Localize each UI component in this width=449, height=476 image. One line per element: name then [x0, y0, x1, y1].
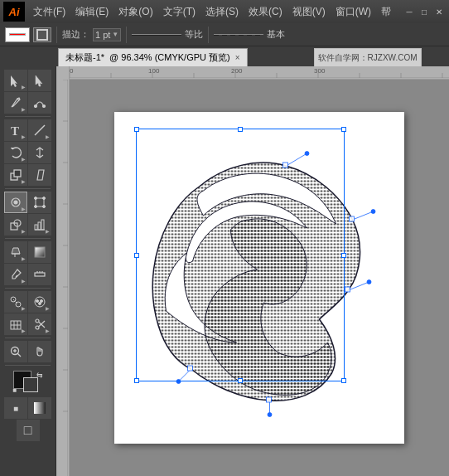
svg-point-32 — [36, 300, 39, 303]
equal-label: 等比 — [185, 28, 203, 41]
svg-rect-5 — [14, 170, 21, 177]
eyedropper-tool[interactable]: ▶ — [4, 264, 27, 285]
line-style-dash[interactable] — [214, 34, 263, 36]
tab-bar: 未标题-1* @ 96.34% (CMYK/GPU 预览) × 软件自学网：RJ… — [0, 46, 449, 66]
shape-builder-arrow: ▶ — [22, 228, 26, 234]
document-tab[interactable]: 未标题-1* @ 96.34% (CMYK/GPU 预览) × — [58, 48, 248, 66]
close-button[interactable]: ✕ — [432, 5, 446, 18]
tool-row-screen-mode: □ — [2, 420, 54, 441]
app-logo: Ai — [3, 2, 25, 22]
handle-ml[interactable] — [134, 253, 139, 258]
svg-line-3 — [35, 125, 45, 135]
svg-rect-82 — [267, 397, 272, 402]
type-tool[interactable]: T ▶ — [4, 119, 27, 141]
title-bar: Ai 文件(F) 编辑(E) 对象(O) 文字(T) 选择(S) 效果(C) 视… — [0, 0, 449, 23]
minimize-button[interactable]: ─ — [403, 5, 416, 18]
svg-rect-47 — [34, 402, 46, 414]
stroke-color-box[interactable] — [23, 377, 38, 392]
menu-edit[interactable]: 编辑(E) — [70, 3, 113, 21]
scissors-tool[interactable]: ▶ — [28, 313, 51, 335]
fill-inner — [36, 29, 48, 41]
fill-box[interactable] — [33, 27, 51, 42]
tool-separator-3 — [5, 238, 51, 239]
paintbucket-tool[interactable]: ▶ — [4, 241, 27, 263]
chart-tool-arrow: ▶ — [46, 228, 50, 234]
zoom-tool[interactable] — [4, 341, 27, 362]
type-tool-arrow: ▶ — [22, 134, 26, 139]
reflect-tool[interactable] — [28, 142, 51, 163]
menu-object[interactable]: 对象(O) — [113, 3, 157, 21]
svg-marker-6 — [37, 170, 44, 180]
chart-tool[interactable]: ▶ — [28, 214, 51, 236]
tool-row-selection: ▶ — [2, 70, 54, 91]
chevron-down-icon: ▼ — [112, 31, 118, 38]
basic-label: 基本 — [267, 28, 285, 41]
tool-row-pen: ▶ — [2, 92, 54, 114]
tool-separator-2 — [5, 188, 51, 189]
tool-separator-4 — [5, 288, 51, 289]
handle-tr[interactable] — [341, 127, 346, 132]
column-graph-tool[interactable]: ▶ — [4, 313, 27, 335]
svg-point-1 — [43, 105, 46, 108]
options-bar: 描边： 1 pt ▼ 等比 基本 — [0, 23, 449, 46]
line-tool[interactable]: ▶ — [28, 119, 51, 141]
selection-tool[interactable]: ▶ — [4, 70, 27, 91]
tool-separator-6 — [5, 365, 51, 366]
artwork — [142, 137, 378, 419]
handle-bl[interactable] — [134, 378, 139, 383]
pen-tool[interactable]: ▶ — [4, 92, 27, 114]
vertical-ruler — [56, 66, 70, 476]
warp-tool-arrow: ▶ — [22, 206, 26, 211]
blend-tool[interactable]: ▶ — [4, 291, 27, 313]
menu-view[interactable]: 视图(V) — [287, 3, 331, 21]
tab-close-button[interactable]: × — [235, 53, 240, 62]
line-style-solid[interactable] — [132, 34, 181, 36]
gradient-tool[interactable] — [28, 241, 51, 263]
screen-mode-button[interactable]: □ — [17, 420, 40, 441]
blend-tool-arrow: ▶ — [22, 305, 26, 311]
svg-rect-83 — [188, 366, 193, 371]
svg-point-10 — [35, 197, 37, 200]
rotate-tool[interactable]: ▶ — [4, 142, 27, 163]
menu-type[interactable]: 文字(T) — [158, 3, 200, 21]
toolbox: ▶ ▶ T ▶ ▶ — [0, 66, 56, 476]
swap-colors-icon[interactable]: ⇆ — [36, 371, 43, 379]
svg-rect-24 — [35, 273, 45, 276]
svg-rect-22 — [35, 247, 45, 257]
scale-tool[interactable]: ▶ — [4, 164, 27, 186]
maximize-button[interactable]: □ — [418, 5, 431, 18]
hand-tool[interactable] — [28, 341, 51, 362]
svg-point-11 — [43, 197, 46, 200]
svg-point-40 — [36, 319, 39, 323]
tool-separator-1 — [5, 116, 51, 117]
warp-tool[interactable]: ▶ — [4, 192, 27, 213]
site-info: 软件自学网：RJZXW.COM — [314, 48, 422, 66]
free-transform-tool[interactable] — [28, 192, 51, 213]
gradient-mode-button[interactable] — [28, 397, 51, 419]
canvas-area[interactable]: 0 100 200 300 — [56, 66, 449, 476]
svg-point-85 — [371, 210, 375, 214]
curvature-tool[interactable] — [28, 92, 51, 114]
paint-tool-arrow: ▶ — [22, 255, 26, 261]
menu-help[interactable]: 帮 — [376, 3, 396, 21]
svg-point-87 — [268, 413, 272, 417]
direct-selection-tool[interactable] — [28, 70, 51, 91]
menu-select[interactable]: 选择(S) — [200, 3, 244, 21]
shear-tool[interactable] — [28, 164, 51, 186]
color-mode-button[interactable]: ■ — [4, 397, 27, 419]
rotate-tool-arrow: ▶ — [22, 156, 26, 162]
stroke-width-dropdown[interactable]: 1 pt ▼ — [93, 28, 121, 41]
stroke-color-swatch[interactable] — [5, 27, 30, 42]
handle-tl[interactable] — [134, 127, 139, 132]
measure-tool[interactable] — [28, 264, 51, 285]
handle-tc[interactable] — [238, 127, 243, 132]
menu-file[interactable]: 文件(F) — [28, 3, 70, 21]
tool-arrow-icon: ▶ — [22, 84, 26, 90]
shape-builder-tool[interactable]: ▶ — [4, 214, 27, 236]
symbol-tool[interactable]: ▶ — [28, 291, 51, 313]
default-colors-icon[interactable]: ■ — [13, 386, 17, 394]
scale-tool-arrow: ▶ — [22, 178, 26, 184]
menu-window[interactable]: 窗口(W) — [331, 3, 376, 21]
scissors-arrow: ▶ — [46, 328, 50, 333]
menu-effect[interactable]: 效果(C) — [244, 3, 287, 21]
